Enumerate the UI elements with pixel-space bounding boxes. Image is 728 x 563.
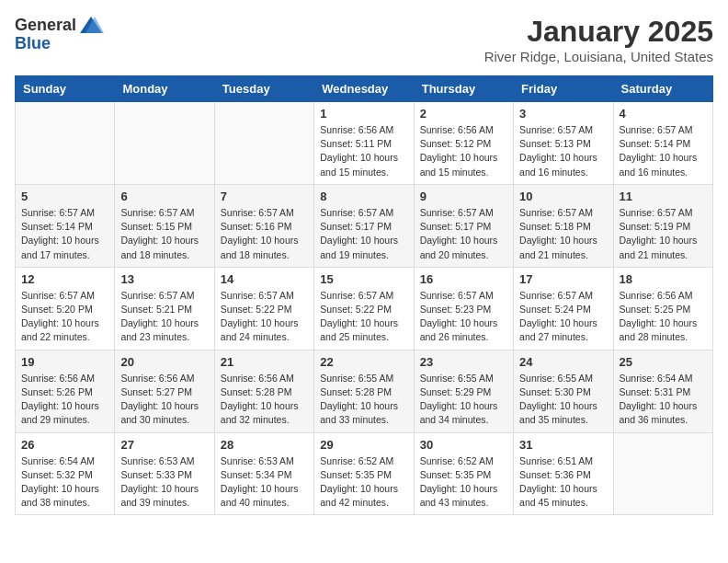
calendar-cell: 11Sunrise: 6:57 AM Sunset: 5:19 PM Dayli… [613, 184, 712, 267]
calendar-cell: 16Sunrise: 6:57 AM Sunset: 5:23 PM Dayli… [414, 267, 513, 350]
weekday-header-sunday: Sunday [16, 76, 115, 102]
day-number: 1 [320, 107, 407, 121]
day-info: Sunrise: 6:52 AM Sunset: 5:35 PM Dayligh… [320, 454, 407, 511]
day-number: 29 [320, 438, 407, 452]
page-header: General Blue January 2025 River Ridge, L… [15, 15, 713, 64]
calendar-week-row: 5Sunrise: 6:57 AM Sunset: 5:14 PM Daylig… [16, 184, 713, 267]
calendar-cell: 14Sunrise: 6:57 AM Sunset: 5:22 PM Dayli… [214, 267, 313, 350]
calendar-cell: 20Sunrise: 6:56 AM Sunset: 5:27 PM Dayli… [115, 350, 214, 432]
day-number: 15 [320, 272, 407, 286]
day-info: Sunrise: 6:57 AM Sunset: 5:20 PM Dayligh… [21, 289, 108, 345]
day-info: Sunrise: 6:57 AM Sunset: 5:17 PM Dayligh… [420, 206, 507, 262]
day-info: Sunrise: 6:52 AM Sunset: 5:35 PM Dayligh… [420, 454, 507, 511]
day-number: 14 [221, 272, 308, 286]
day-number: 10 [519, 190, 607, 203]
day-info: Sunrise: 6:57 AM Sunset: 5:21 PM Dayligh… [120, 289, 208, 345]
weekday-header-tuesday: Tuesday [214, 76, 313, 102]
day-number: 4 [620, 107, 707, 121]
day-number: 7 [221, 190, 308, 203]
day-number: 11 [620, 190, 707, 203]
day-info: Sunrise: 6:57 AM Sunset: 5:16 PM Dayligh… [221, 206, 308, 262]
calendar-cell: 30Sunrise: 6:52 AM Sunset: 5:35 PM Dayli… [414, 432, 513, 515]
day-number: 20 [120, 355, 208, 369]
calendar-cell: 3Sunrise: 6:57 AM Sunset: 5:13 PM Daylig… [514, 102, 613, 185]
calendar-cell: 26Sunrise: 6:54 AM Sunset: 5:32 PM Dayli… [16, 432, 115, 515]
calendar-cell: 5Sunrise: 6:57 AM Sunset: 5:14 PM Daylig… [16, 184, 115, 267]
day-info: Sunrise: 6:56 AM Sunset: 5:27 PM Dayligh… [120, 372, 208, 428]
day-number: 21 [221, 355, 308, 369]
day-number: 13 [120, 272, 208, 286]
day-number: 31 [519, 438, 607, 452]
day-info: Sunrise: 6:57 AM Sunset: 5:13 PM Dayligh… [519, 123, 607, 179]
day-info: Sunrise: 6:53 AM Sunset: 5:33 PM Dayligh… [120, 454, 208, 511]
calendar-cell: 1Sunrise: 6:56 AM Sunset: 5:11 PM Daylig… [314, 102, 414, 185]
day-info: Sunrise: 6:54 AM Sunset: 5:32 PM Dayligh… [21, 454, 108, 511]
day-info: Sunrise: 6:56 AM Sunset: 5:11 PM Dayligh… [320, 123, 407, 179]
calendar-cell: 10Sunrise: 6:57 AM Sunset: 5:18 PM Dayli… [514, 184, 613, 267]
calendar-cell: 24Sunrise: 6:55 AM Sunset: 5:30 PM Dayli… [514, 350, 613, 432]
day-number: 17 [519, 272, 607, 286]
calendar-cell: 31Sunrise: 6:51 AM Sunset: 5:36 PM Dayli… [514, 432, 613, 515]
day-info: Sunrise: 6:57 AM Sunset: 5:23 PM Dayligh… [420, 289, 507, 345]
day-number: 26 [21, 438, 108, 452]
day-number: 23 [420, 355, 507, 369]
calendar-cell [16, 102, 115, 185]
logo-blue: Blue [15, 35, 104, 52]
day-info: Sunrise: 6:57 AM Sunset: 5:24 PM Dayligh… [519, 289, 607, 345]
day-number: 27 [120, 438, 208, 452]
calendar-cell: 2Sunrise: 6:56 AM Sunset: 5:12 PM Daylig… [414, 102, 513, 185]
logo: General Blue [15, 15, 104, 52]
day-number: 28 [221, 438, 308, 452]
day-info: Sunrise: 6:53 AM Sunset: 5:34 PM Dayligh… [221, 454, 308, 511]
calendar-cell: 19Sunrise: 6:56 AM Sunset: 5:26 PM Dayli… [16, 350, 115, 432]
day-info: Sunrise: 6:57 AM Sunset: 5:22 PM Dayligh… [221, 289, 308, 345]
day-info: Sunrise: 6:57 AM Sunset: 5:18 PM Dayligh… [519, 206, 607, 262]
day-info: Sunrise: 6:57 AM Sunset: 5:19 PM Dayligh… [620, 206, 707, 262]
day-info: Sunrise: 6:56 AM Sunset: 5:28 PM Dayligh… [221, 372, 308, 428]
location-title: River Ridge, Louisiana, United States [484, 49, 713, 64]
calendar-cell: 22Sunrise: 6:55 AM Sunset: 5:28 PM Dayli… [314, 350, 414, 432]
calendar-cell: 4Sunrise: 6:57 AM Sunset: 5:14 PM Daylig… [613, 102, 712, 185]
day-number: 24 [519, 355, 607, 369]
day-number: 6 [120, 190, 208, 203]
day-number: 19 [21, 355, 108, 369]
day-number: 25 [620, 355, 707, 369]
calendar-week-row: 19Sunrise: 6:56 AM Sunset: 5:26 PM Dayli… [16, 350, 713, 432]
calendar-cell: 29Sunrise: 6:52 AM Sunset: 5:35 PM Dayli… [314, 432, 414, 515]
day-info: Sunrise: 6:55 AM Sunset: 5:28 PM Dayligh… [320, 372, 407, 428]
day-info: Sunrise: 6:54 AM Sunset: 5:31 PM Dayligh… [620, 372, 707, 428]
day-number: 18 [620, 272, 707, 286]
calendar-cell: 6Sunrise: 6:57 AM Sunset: 5:15 PM Daylig… [115, 184, 214, 267]
day-info: Sunrise: 6:56 AM Sunset: 5:12 PM Dayligh… [420, 123, 507, 179]
calendar-cell [613, 432, 712, 515]
day-number: 5 [21, 190, 108, 203]
day-info: Sunrise: 6:57 AM Sunset: 5:22 PM Dayligh… [320, 289, 407, 345]
calendar-week-row: 26Sunrise: 6:54 AM Sunset: 5:32 PM Dayli… [16, 432, 713, 515]
calendar-cell: 27Sunrise: 6:53 AM Sunset: 5:33 PM Dayli… [115, 432, 214, 515]
calendar-cell: 13Sunrise: 6:57 AM Sunset: 5:21 PM Dayli… [115, 267, 214, 350]
day-number: 12 [21, 272, 108, 286]
day-number: 8 [320, 190, 407, 203]
day-number: 3 [519, 107, 607, 121]
calendar-cell: 23Sunrise: 6:55 AM Sunset: 5:29 PM Dayli… [414, 350, 513, 432]
title-block: January 2025 River Ridge, Louisiana, Uni… [484, 15, 713, 64]
weekday-header-thursday: Thursday [414, 76, 513, 102]
weekday-header-friday: Friday [514, 76, 613, 102]
day-info: Sunrise: 6:55 AM Sunset: 5:29 PM Dayligh… [420, 372, 507, 428]
calendar-cell [115, 102, 214, 185]
weekday-header-monday: Monday [115, 76, 214, 102]
month-title: January 2025 [484, 15, 713, 49]
calendar-cell: 12Sunrise: 6:57 AM Sunset: 5:20 PM Dayli… [16, 267, 115, 350]
logo-icon [78, 15, 104, 35]
day-number: 30 [420, 438, 507, 452]
calendar-cell: 17Sunrise: 6:57 AM Sunset: 5:24 PM Dayli… [514, 267, 613, 350]
calendar-cell: 7Sunrise: 6:57 AM Sunset: 5:16 PM Daylig… [214, 184, 313, 267]
calendar-week-row: 12Sunrise: 6:57 AM Sunset: 5:20 PM Dayli… [16, 267, 713, 350]
calendar-cell: 18Sunrise: 6:56 AM Sunset: 5:25 PM Dayli… [613, 267, 712, 350]
day-info: Sunrise: 6:56 AM Sunset: 5:26 PM Dayligh… [21, 372, 108, 428]
day-number: 16 [420, 272, 507, 286]
calendar-cell: 28Sunrise: 6:53 AM Sunset: 5:34 PM Dayli… [214, 432, 313, 515]
day-number: 9 [420, 190, 507, 203]
weekday-header-row: SundayMondayTuesdayWednesdayThursdayFrid… [16, 76, 713, 102]
calendar-table: SundayMondayTuesdayWednesdayThursdayFrid… [15, 75, 713, 515]
